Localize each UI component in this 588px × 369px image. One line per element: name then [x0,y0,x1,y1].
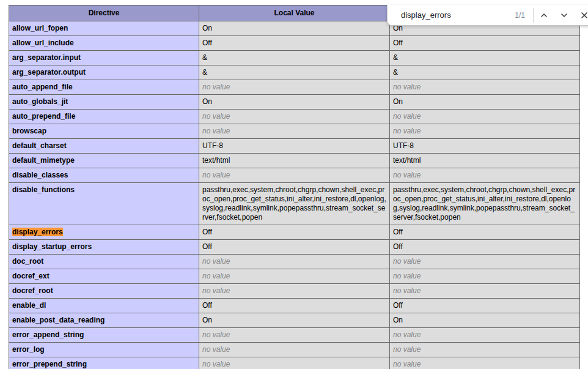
local-value-cell: text/html [199,154,390,168]
table-row: default_charsetUTF-8UTF-8 [9,139,580,154]
master-value-cell: no value [390,343,580,357]
directive-cell: allow_url_include [9,36,199,51]
table-row: disable_classesno valueno value [9,168,580,183]
find-match-count: 1/1 [515,11,525,20]
table-row: error_append_stringno valueno value [9,328,580,343]
directive-cell: browscap [9,124,199,139]
find-input[interactable]: display_errors [401,10,515,20]
table-row: enable_dlOffOff [9,299,580,313]
table-row: enable_post_data_readingOnOn [9,313,580,328]
master-value-cell: On [390,95,580,110]
directive-cell: docref_root [9,284,199,299]
table-row: arg_separator.input&& [9,51,580,65]
table-row: default_mimetypetext/htmltext/html [9,154,580,168]
master-value-cell: Off [390,36,580,51]
table-body: allow_url_fopenOnOnallow_url_includeOffO… [9,21,580,369]
local-value-cell: Off [199,240,390,255]
directive-cell: error_append_string [9,328,199,343]
master-value-cell: passthru,exec,system,chroot,chgrp,chown,… [390,183,580,225]
local-value-cell: UTF-8 [199,139,390,154]
local-value-cell: no value [199,284,390,299]
local-value-cell: no value [199,168,390,183]
master-value-cell: no value [390,80,580,95]
directive-cell: disable_classes [9,168,199,183]
master-value-cell: UTF-8 [390,139,580,154]
directive-cell: doc_root [9,255,199,269]
directive-cell: enable_dl [9,299,199,313]
local-value-cell: On [199,21,390,36]
column-header-local-value: Local Value [199,6,390,21]
directive-cell: display_errors [9,225,199,240]
column-header-directive: Directive [9,6,199,21]
local-value-cell: no value [199,110,390,124]
local-value-cell: On [199,313,390,328]
local-value-cell: On [199,95,390,110]
table-row: auto_prepend_fileno valueno value [9,110,580,124]
find-next-button[interactable] [554,5,574,26]
local-value-cell: no value [199,343,390,357]
master-value-cell: On [390,313,580,328]
directive-cell: docref_ext [9,269,199,284]
master-value-cell: Off [390,225,580,240]
local-value-cell: no value [199,255,390,269]
table-row: allow_url_includeOffOff [9,36,580,51]
table-row: display_startup_errorsOffOff [9,240,580,255]
find-in-page-bar: display_errors 1/1 [387,5,588,26]
find-previous-button[interactable] [534,5,554,26]
local-value-cell: no value [199,269,390,284]
local-value-cell: Off [199,36,390,51]
table-row: docref_rootno valueno value [9,284,580,299]
local-value-cell: Off [199,299,390,313]
local-value-cell: no value [199,357,390,369]
find-close-button[interactable] [574,5,588,26]
active-find-match: display_errors [12,228,63,236]
table-row: docref_extno valueno value [9,269,580,284]
directive-cell: error_prepend_string [9,357,199,369]
master-value-cell: Off [390,299,580,313]
master-value-cell: no value [390,284,580,299]
chevron-up-icon [540,11,548,20]
local-value-cell: & [199,65,390,80]
local-value-cell: & [199,51,390,65]
phpinfo-page: Directive Local Value allow_url_fopenOnO… [0,5,588,369]
master-value-cell: Off [390,240,580,255]
master-value-cell: text/html [390,154,580,168]
directive-cell: enable_post_data_reading [9,313,199,328]
table-row: doc_rootno valueno value [9,255,580,269]
directive-cell: error_log [9,343,199,357]
directive-cell: allow_url_fopen [9,21,199,36]
master-value-cell: no value [390,110,580,124]
local-value-cell: no value [199,124,390,139]
directive-cell: default_charset [9,139,199,154]
table-row: display_errorsOffOff [9,225,580,240]
master-value-cell: no value [390,255,580,269]
table-row: auto_globals_jitOnOn [9,95,580,110]
table-row: error_logno valueno value [9,343,580,357]
master-value-cell: no value [390,328,580,343]
table-row: auto_append_fileno valueno value [9,80,580,95]
directive-cell: arg_separator.output [9,65,199,80]
directive-cell: display_startup_errors [9,240,199,255]
table-row: browscapno valueno value [9,124,580,139]
local-value-cell: Off [199,225,390,240]
php-directives-table: Directive Local Value allow_url_fopenOnO… [9,5,580,369]
master-value-cell: & [390,65,580,80]
directive-cell: auto_append_file [9,80,199,95]
table-row: arg_separator.output&& [9,65,580,80]
directive-cell: arg_separator.input [9,51,199,65]
local-value-cell: passthru,exec,system,chroot,chgrp,chown,… [199,183,390,225]
table-row: disable_functionspassthru,exec,system,ch… [9,183,580,225]
close-icon [580,11,588,20]
directive-cell: disable_functions [9,183,199,225]
master-value-cell: no value [390,168,580,183]
table-row: error_prepend_stringno valueno value [9,357,580,369]
master-value-cell: no value [390,357,580,369]
local-value-cell: no value [199,328,390,343]
master-value-cell: no value [390,269,580,284]
master-value-cell: no value [390,124,580,139]
directive-cell: auto_globals_jit [9,95,199,110]
chevron-down-icon [560,11,568,20]
directive-cell: auto_prepend_file [9,110,199,124]
directive-cell: default_mimetype [9,154,199,168]
master-value-cell: & [390,51,580,65]
